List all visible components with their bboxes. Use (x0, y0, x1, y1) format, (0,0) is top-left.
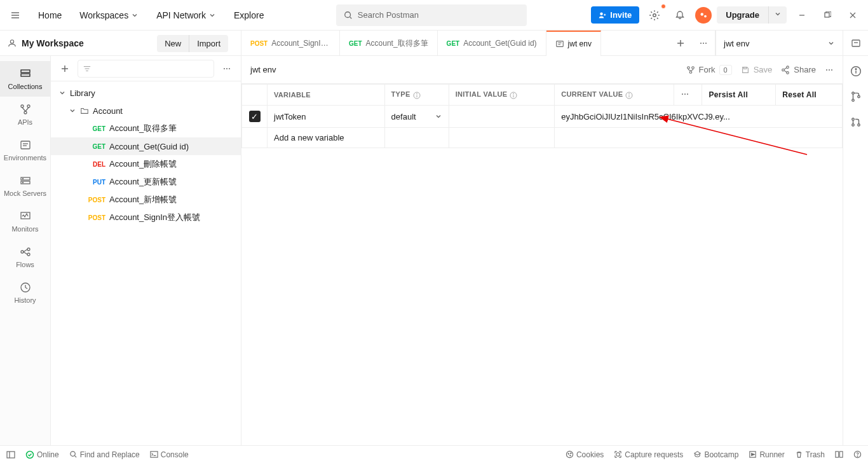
svg-point-24 (705, 43, 707, 44)
tree-request-item[interactable]: DELAccount_刪除帳號 (51, 155, 241, 173)
console-icon (150, 450, 158, 459)
table-row-add[interactable]: Add a new variable (242, 128, 843, 148)
env-quick-look-icon[interactable] (843, 31, 868, 56)
settings-icon[interactable] (644, 5, 665, 25)
tree-account[interactable]: Account (51, 102, 241, 120)
workspace-name[interactable]: My Workspace (8, 38, 84, 48)
tab-get-guid[interactable]: GET Account_Get(Guid id) (438, 31, 546, 56)
rail-environments[interactable]: Environments (0, 132, 51, 168)
save-button[interactable]: Save (741, 65, 773, 74)
rail-flows[interactable]: Flows (0, 239, 51, 275)
tab-more-button[interactable] (692, 31, 715, 56)
apis-icon (19, 103, 32, 116)
environments-icon (19, 139, 32, 151)
right-rail (843, 56, 868, 445)
cell-current[interactable]: eyJhbGciOiJIUzI1NiIsInR5cCI6IkpXVCJ9.ey.… (555, 106, 843, 128)
tab-label: Account_SignIn登入帳 (271, 38, 330, 49)
bootcamp-icon (693, 450, 702, 459)
footer-layout-icon[interactable] (835, 450, 843, 459)
svg-point-61 (782, 69, 785, 71)
new-tab-button[interactable] (669, 31, 692, 56)
svg-point-94 (566, 451, 573, 457)
footer-online[interactable]: Online (25, 450, 59, 459)
rail-apis[interactable]: APIs (0, 97, 51, 132)
footer-capture[interactable]: Capture requests (614, 450, 683, 459)
changelog-icon[interactable] (848, 89, 864, 104)
svg-rect-25 (852, 40, 860, 46)
footer-find-replace[interactable]: Find and Replace (69, 450, 140, 459)
footer-help-icon[interactable] (853, 450, 862, 459)
svg-line-92 (74, 455, 76, 457)
tab-signin[interactable]: POST Account_SignIn登入帳 (241, 31, 340, 56)
sidebar-more-button[interactable] (218, 60, 236, 78)
upgrade-button[interactable]: Upgrade (717, 6, 768, 24)
rail-collections[interactable]: Collections (0, 61, 51, 97)
svg-point-83 (857, 95, 859, 97)
window-minimize-icon[interactable] (792, 5, 812, 25)
tree-request-item[interactable]: PUTAccount_更新帳號 (51, 173, 241, 191)
rail-mock-servers[interactable]: Mock Servers (0, 168, 51, 204)
import-button[interactable]: Import (189, 35, 228, 52)
cell-initial[interactable] (449, 106, 555, 128)
window-maximize-icon[interactable] (817, 5, 837, 25)
svg-point-53 (224, 68, 225, 69)
th-persist-all[interactable]: Persist All (702, 85, 776, 106)
tree-request-item[interactable]: GETAccount_取得多筆 (51, 120, 241, 137)
folder-icon (80, 106, 89, 115)
row-checkbox[interactable]: ✓ (242, 106, 268, 128)
footer-trash[interactable]: Trash (795, 450, 825, 459)
search-placeholder: Search Postman (358, 10, 419, 20)
footer-runner[interactable]: Runner (749, 450, 784, 459)
search-input[interactable]: Search Postman (336, 4, 527, 26)
rail-label: Mock Servers (4, 190, 46, 197)
tree-request-item[interactable]: GETAccount_Get(Guid id) (51, 137, 241, 155)
footer-console[interactable]: Console (150, 450, 189, 459)
bell-icon[interactable] (670, 5, 690, 25)
pull-request-icon[interactable] (848, 114, 864, 130)
nav-workspaces[interactable]: Workspaces (72, 6, 146, 24)
tree-item-label: Account_SignIn登入帳號 (109, 212, 200, 223)
invite-button[interactable]: Invite (591, 6, 639, 24)
sidebar-add-button[interactable] (56, 60, 74, 78)
rail-history[interactable]: History (0, 275, 51, 310)
left-rail: Collections APIs Environments Mock Serve… (0, 56, 51, 445)
svg-point-8 (653, 13, 656, 17)
nav-home[interactable]: Home (31, 6, 69, 24)
footer-bootcamp[interactable]: Bootcamp (693, 450, 738, 459)
svg-point-10 (701, 13, 704, 16)
env-selector-label: jwt env (724, 39, 749, 48)
tree-library[interactable]: Library (51, 84, 241, 102)
doc-info-icon[interactable] (848, 64, 864, 79)
svg-point-22 (700, 43, 702, 44)
avatar[interactable] (695, 7, 712, 24)
tree-label: Library (70, 88, 95, 98)
th-reset-all[interactable]: Reset All (776, 85, 843, 106)
tab-get-multi[interactable]: GET Account_取得多筆 (340, 31, 438, 56)
hamburger-icon[interactable] (5, 5, 25, 25)
toolbar-more-button[interactable] (825, 66, 834, 74)
tree-request-item[interactable]: POSTAccount_SignIn登入帳號 (51, 209, 241, 226)
rail-monitors[interactable]: Monitors (0, 204, 51, 239)
toolbar: jwt env Fork 0 Save Share (241, 56, 843, 84)
tree-request-item[interactable]: POSTAccount_新增帳號 (51, 191, 241, 209)
new-button[interactable]: New (157, 35, 189, 52)
svg-point-80 (855, 69, 857, 70)
th-more-button[interactable] (674, 85, 702, 106)
window-close-icon[interactable] (843, 5, 863, 25)
share-button[interactable]: Share (781, 65, 816, 74)
svg-line-4 (349, 17, 351, 18)
svg-point-58 (689, 71, 692, 73)
upgrade-more-button[interactable] (768, 6, 787, 24)
nav-explore[interactable]: Explore (226, 6, 271, 24)
svg-point-3 (345, 11, 351, 17)
footer-panes-icon[interactable] (6, 450, 15, 459)
nav-api-network[interactable]: API Network (149, 6, 224, 24)
env-selector[interactable]: jwt env (715, 31, 843, 56)
tab-jwt-env[interactable]: jwt env (546, 31, 601, 56)
cell-type[interactable]: default (384, 106, 449, 128)
footer-cookies[interactable]: Cookies (566, 450, 604, 459)
cell-variable[interactable]: jwtToken (268, 106, 385, 128)
fork-button[interactable]: Fork 0 (686, 65, 732, 75)
sidebar-filter-input[interactable] (78, 60, 214, 78)
svg-point-23 (703, 43, 704, 44)
